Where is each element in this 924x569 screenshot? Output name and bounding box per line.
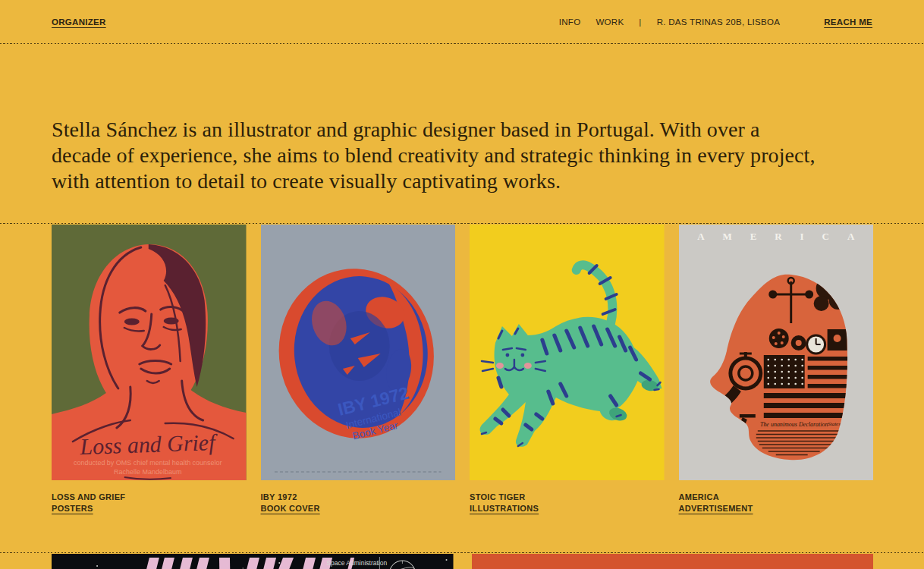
work-grid-row2: Space Administration (0, 553, 924, 569)
project-card-america: AMERICA (679, 225, 874, 514)
work-grid: Loss and Grief conducted by OMS chief me… (0, 224, 924, 552)
project-card-stoic-tiger: STOIC TIGER ILLUSTRATIONS (470, 225, 665, 514)
stoic-tiger-artwork (470, 225, 665, 480)
iby-1972-thumbnail[interactable]: IBY 1972 International Book Year (261, 225, 456, 480)
loss-and-grief-artwork: Loss and Grief conducted by OMS chief me… (52, 225, 247, 480)
project-card-loss-and-grief: Loss and Grief conducted by OMS chief me… (52, 225, 247, 514)
america-thumbnail[interactable]: AMERICA (679, 225, 874, 480)
project-category-link[interactable]: BOOK COVER (261, 503, 320, 514)
project-title: AMERICA (679, 492, 874, 503)
space-agency-label: Space Administration (326, 559, 387, 567)
stoic-tiger-thumbnail[interactable] (470, 225, 665, 480)
space-poster-thumbnail[interactable]: Space Administration (52, 554, 454, 569)
poster-credit-name: Rachelle Mandelbaum (114, 468, 181, 476)
project-category-link[interactable]: POSTERS (52, 503, 93, 514)
poster-script-title: Loss and Grief (79, 429, 218, 459)
america-artwork: AMERICA (679, 225, 874, 480)
address-text: R. DAS TRINAS 20B, LISBOA (657, 17, 781, 27)
declaration-word-text: States (828, 421, 841, 427)
logo-link[interactable]: ORGANIZER (52, 17, 106, 27)
poster-credit-line: conducted by OMS chief mental health cou… (74, 459, 222, 467)
reach-me-link[interactable]: REACH ME (824, 17, 872, 27)
header-nav: INFO WORK | R. DAS TRINAS 20B, LISBOA RE… (559, 17, 872, 27)
america-masthead-text: AMERICA (697, 231, 872, 242)
loss-and-grief-thumbnail[interactable]: Loss and Grief conducted by OMS chief me… (52, 225, 247, 480)
intro-line: Stella Sánchez is an illustrator and gra… (52, 117, 872, 143)
site-header: ORGANIZER INFO WORK | R. DAS TRINAS 20B,… (0, 0, 924, 43)
orange-poster-thumbnail[interactable] (472, 554, 874, 569)
nav-work[interactable]: WORK (596, 17, 624, 27)
project-category-link[interactable]: ADVERTISEMENT (679, 503, 753, 514)
iby-1972-artwork: IBY 1972 International Book Year (261, 225, 456, 480)
project-title: STOIC TIGER (470, 492, 665, 503)
project-title: LOSS AND GRIEF (52, 492, 247, 503)
project-card-iby-1972: IBY 1972 International Book Year IBY 197… (261, 225, 456, 514)
intro-line: decade of experience, she aims to blend … (52, 143, 872, 168)
nav-info[interactable]: INFO (559, 17, 581, 27)
intro-statement: Stella Sánchez is an illustrator and gra… (0, 44, 924, 223)
orange-poster-artwork (472, 554, 874, 569)
project-title: IBY 1972 (261, 492, 456, 503)
nav-divider: | (639, 17, 641, 27)
declaration-heading-text: The unanimous Declaration (759, 421, 828, 428)
intro-line: with attention to detail to create visua… (52, 168, 872, 194)
project-category-link[interactable]: ILLUSTRATIONS (470, 503, 539, 514)
space-poster-artwork: Space Administration (52, 554, 454, 569)
